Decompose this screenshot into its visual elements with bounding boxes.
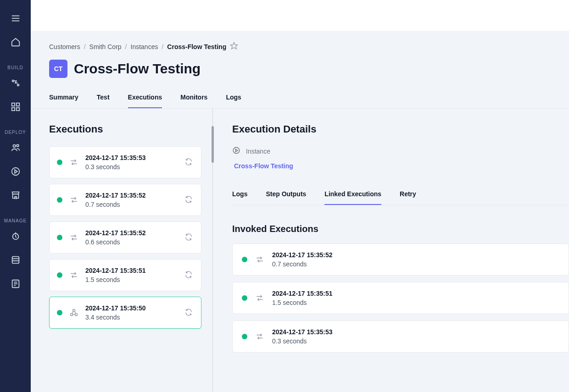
- detail-tab-step-outputs[interactable]: Step Outputs: [266, 190, 306, 205]
- menu-icon[interactable]: [6, 9, 25, 28]
- detail-instance-link[interactable]: Cross-Flow Testing: [232, 162, 293, 170]
- execution-card[interactable]: 2024-12-17 15:35:520.6 seconds: [49, 221, 201, 254]
- detail-meta-label: Instance: [246, 148, 270, 155]
- status-dot-success: [57, 272, 62, 278]
- execution-duration: 0.7 seconds: [85, 201, 178, 208]
- execution-duration: 0.3 seconds: [85, 163, 178, 171]
- breadcrumb-link[interactable]: Instances: [131, 43, 158, 50]
- svg-point-10: [17, 144, 19, 147]
- svg-rect-14: [12, 257, 19, 264]
- execution-timestamp: 2024-12-17 15:35:52: [85, 192, 178, 199]
- play-circle-icon: [232, 146, 240, 156]
- marketplace-icon[interactable]: [6, 186, 25, 204]
- integrations-icon[interactable]: [6, 74, 25, 92]
- swap-icon: [69, 270, 79, 280]
- execution-duration: 0.7 seconds: [272, 260, 559, 268]
- invoked-title: Invoked Executions: [232, 224, 569, 234]
- tab-monitors[interactable]: Monitors: [180, 94, 207, 108]
- tab-test[interactable]: Test: [97, 94, 110, 108]
- sidebar-section-manage: MANAGE: [4, 218, 27, 223]
- refresh-icon[interactable]: [184, 271, 194, 280]
- detail-tabs: Logs Step Outputs Linked Executions Retr…: [232, 190, 569, 205]
- breadcrumb-link[interactable]: Customers: [49, 43, 80, 50]
- sidebar-section-deploy: DEPLOY: [5, 130, 26, 135]
- components-icon[interactable]: [6, 98, 25, 116]
- status-dot-success: [242, 257, 247, 262]
- execution-timestamp: 2024-12-17 15:35:53: [85, 154, 178, 161]
- status-dot-success: [242, 334, 247, 339]
- status-dot-success: [57, 160, 62, 165]
- execution-timestamp: 2024-12-17 15:35:51: [85, 267, 178, 274]
- swap-icon: [69, 232, 79, 243]
- title-badge: CT: [49, 60, 67, 78]
- svg-rect-6: [16, 103, 19, 106]
- svg-point-23: [71, 314, 73, 316]
- page-title: Cross-Flow Testing: [74, 61, 201, 77]
- refresh-icon[interactable]: [184, 195, 194, 204]
- svg-point-3: [12, 80, 14, 82]
- execution-duration: 3.4 seconds: [85, 314, 178, 321]
- svg-point-9: [13, 145, 16, 148]
- executions-list: 2024-12-17 15:35:530.3 seconds2024-12-17…: [49, 146, 201, 329]
- svg-point-22: [73, 309, 75, 312]
- status-dot-success: [57, 310, 62, 315]
- svg-point-25: [233, 147, 240, 154]
- execution-duration: 0.6 seconds: [85, 238, 178, 246]
- tab-executions[interactable]: Executions: [128, 94, 162, 108]
- invoked-list: 2024-12-17 15:35:520.7 seconds2024-12-17…: [232, 243, 569, 353]
- topbar: [31, 0, 569, 31]
- detail-tab-logs[interactable]: Logs: [232, 190, 247, 205]
- svg-point-24: [75, 314, 78, 316]
- swap-icon: [255, 254, 265, 265]
- execution-timestamp: 2024-12-17 15:35:52: [85, 229, 178, 237]
- execution-card[interactable]: 2024-12-17 15:35:511.5 seconds: [49, 259, 201, 291]
- swap-icon: [69, 195, 79, 205]
- invoked-execution-card[interactable]: 2024-12-17 15:35:520.7 seconds: [232, 243, 569, 276]
- detail-tab-retry[interactable]: Retry: [400, 190, 416, 205]
- breadcrumb-separator: /: [125, 43, 127, 50]
- swap-icon: [69, 157, 79, 167]
- column-divider[interactable]: [212, 109, 213, 392]
- executions-title: Executions: [49, 123, 201, 135]
- execution-duration: 1.5 seconds: [85, 276, 178, 283]
- svg-marker-12: [15, 170, 17, 173]
- swap-icon: [255, 293, 265, 303]
- logs-icon[interactable]: [6, 251, 25, 269]
- refresh-icon[interactable]: [184, 158, 194, 167]
- webhook-icon: [69, 308, 79, 318]
- instances-icon[interactable]: [6, 162, 25, 181]
- svg-marker-21: [231, 43, 238, 49]
- tab-summary[interactable]: Summary: [49, 94, 78, 108]
- svg-marker-26: [236, 149, 238, 152]
- execution-timestamp: 2024-12-17 15:35:52: [272, 251, 559, 259]
- svg-rect-7: [11, 108, 14, 110]
- execution-duration: 1.5 seconds: [272, 299, 559, 306]
- home-icon[interactable]: [6, 33, 25, 51]
- execution-timestamp: 2024-12-17 15:35:53: [272, 328, 559, 336]
- execution-card[interactable]: 2024-12-17 15:35:503.4 seconds: [49, 297, 201, 329]
- svg-rect-5: [11, 103, 14, 106]
- alerting-icon[interactable]: [6, 227, 25, 245]
- breadcrumb-current: Cross-Flow Testing: [167, 43, 226, 50]
- status-dot-success: [242, 295, 247, 301]
- invoked-execution-card[interactable]: 2024-12-17 15:35:530.3 seconds: [232, 320, 569, 353]
- execution-card[interactable]: 2024-12-17 15:35:530.3 seconds: [49, 146, 201, 178]
- execution-duration: 0.3 seconds: [272, 337, 559, 345]
- breadcrumb-link[interactable]: Smith Corp: [89, 43, 122, 50]
- refresh-icon[interactable]: [184, 308, 194, 317]
- breadcrumb: Customers / Smith Corp / Instances / Cro…: [49, 42, 551, 51]
- invoked-execution-card[interactable]: 2024-12-17 15:35:511.5 seconds: [232, 282, 569, 314]
- svg-point-11: [11, 168, 19, 176]
- customers-icon[interactable]: [6, 138, 25, 157]
- status-dot-success: [57, 197, 62, 203]
- execution-card[interactable]: 2024-12-17 15:35:520.7 seconds: [49, 184, 201, 216]
- breadcrumb-separator: /: [162, 43, 163, 50]
- sidebar: BUILD DEPLOY MANAGE: [0, 0, 31, 392]
- detail-tab-linked-executions[interactable]: Linked Executions: [324, 190, 381, 205]
- billing-icon[interactable]: [6, 275, 25, 293]
- execution-timestamp: 2024-12-17 15:35:50: [85, 304, 178, 312]
- tab-logs[interactable]: Logs: [226, 94, 241, 108]
- breadcrumb-separator: /: [84, 43, 86, 50]
- star-icon[interactable]: [230, 42, 238, 51]
- refresh-icon[interactable]: [184, 233, 194, 242]
